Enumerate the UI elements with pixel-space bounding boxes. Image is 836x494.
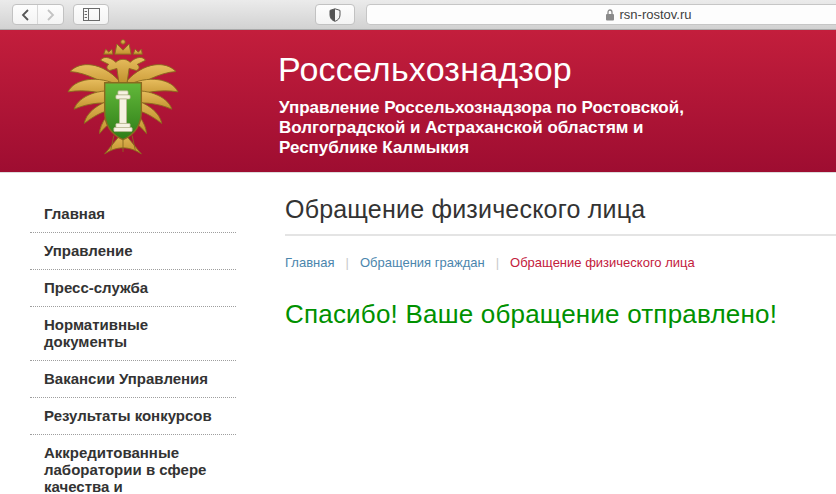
- rosselkhoznadzor-emblem-icon: [66, 36, 180, 162]
- url-text: rsn-rostov.ru: [620, 7, 692, 22]
- main-content: Обращение физического лица Главная | Обр…: [285, 180, 836, 330]
- site-subtitle-line-3: Республике Калмыкия: [279, 138, 684, 158]
- breadcrumb-link-glavnaya[interactable]: Главная: [285, 255, 334, 270]
- site-title: Россельхознадзор: [278, 50, 572, 89]
- breadcrumb: Главная | Обращения граждан | Обращение …: [285, 255, 836, 270]
- site-subtitle-line-1: Управление Россельхознадзора по Ростовск…: [279, 98, 684, 118]
- site-header: Россельхознадзор Управление Россельхозна…: [0, 30, 836, 173]
- success-message: Спасибо! Ваше обращение отправлено!: [285, 299, 836, 330]
- site-subtitle: Управление Россельхознадзора по Ростовск…: [279, 98, 684, 158]
- sidebar-item-upravlenie[interactable]: Управление: [30, 233, 236, 270]
- forward-button[interactable]: [38, 5, 63, 24]
- browser-window: rsn-rostov.ru: [0, 0, 836, 494]
- title-divider: [285, 234, 836, 236]
- browser-toolbar: rsn-rostov.ru: [0, 0, 836, 30]
- breadcrumb-link-obrashcheniya-grazhdan[interactable]: Обращения граждан: [360, 255, 485, 270]
- breadcrumb-separator: |: [345, 255, 348, 270]
- sidebar-item-glavnaya[interactable]: Главная: [30, 196, 236, 233]
- site-subtitle-line-2: Волгоградской и Астраханской областям и: [279, 118, 684, 138]
- breadcrumb-separator: |: [496, 255, 499, 270]
- shield-icon: [329, 8, 341, 22]
- lock-icon: [605, 9, 615, 21]
- page-title: Обращение физического лица: [285, 195, 836, 224]
- sidebar-item-akkreditovannye-laboratorii[interactable]: Аккредитованные лаборатории в сфере каче…: [30, 435, 236, 494]
- nav-buttons: [12, 4, 64, 25]
- sidebar-item-normativnye-dokumenty[interactable]: Нормативные документы: [30, 307, 236, 361]
- sidebar-toggle-icon: [83, 8, 100, 21]
- sidebar-item-rezultaty-konkursov[interactable]: Результаты конкурсов: [30, 398, 236, 435]
- back-icon: [21, 9, 30, 21]
- breadcrumb-current-page: Обращение физического лица: [510, 255, 695, 270]
- forward-icon: [46, 9, 55, 21]
- privacy-shield-button[interactable]: [315, 4, 355, 25]
- sidebar-toggle-button[interactable]: [73, 4, 109, 25]
- sidebar-item-press-sluzhba[interactable]: Пресс-служба: [30, 270, 236, 307]
- address-bar[interactable]: rsn-rostov.ru: [366, 4, 836, 25]
- sidebar-nav: Главная Управление Пресс-служба Норматив…: [30, 196, 236, 494]
- back-button[interactable]: [13, 5, 38, 24]
- sidebar-item-vakansii[interactable]: Вакансии Управления: [30, 361, 236, 398]
